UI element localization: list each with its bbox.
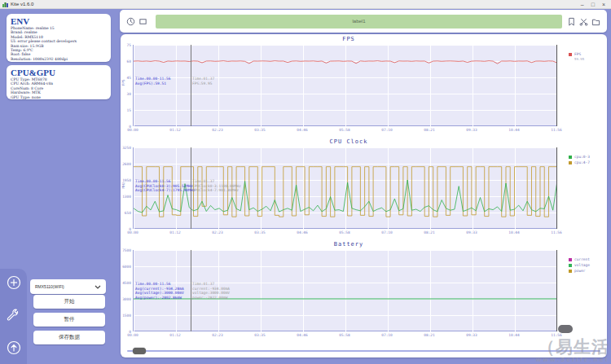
y-tick-label: 60 (127, 59, 131, 64)
avg-stat-line: Time:00:00-11:56 (135, 77, 170, 81)
legend-value: 59.95 (574, 57, 584, 61)
legend-item: voltage (569, 263, 590, 267)
x-tick-label: 04:46 (297, 333, 308, 337)
y-tick-label: 2600 (122, 162, 131, 166)
avg-stat-line: Avg(power):-2802.86mW (135, 296, 184, 300)
device-select[interactable]: RMX5110(WIFI) (30, 279, 106, 294)
cursor-stat-line: power:-2822.00mW (192, 296, 230, 300)
watermark-logo-blob (558, 325, 573, 333)
legend-item: cpu:4-7 (569, 160, 590, 164)
cursor-stat-line: CPUClock4-7:901.80MHz (192, 188, 241, 193)
x-tick-label: 04:46 (297, 128, 308, 132)
legend-label: power (574, 269, 586, 273)
legend-label: FPS (574, 52, 581, 56)
y-tick-label: 15 (127, 108, 131, 112)
legend-swatch (569, 53, 572, 56)
x-tick-label: 03:35 (254, 230, 266, 235)
pause-button[interactable]: 暂停 (33, 313, 105, 327)
cursor-stat-line: voltage:3000.00mV (192, 291, 230, 296)
y-tick-label: 3250 (122, 146, 131, 150)
timeline-handle[interactable] (133, 348, 146, 354)
add-icon[interactable] (7, 275, 21, 290)
cpugpu-info-line: GPU Type: none (11, 95, 107, 99)
x-tick-label: 01:12 (169, 128, 181, 132)
minimize-button[interactable]: – (581, 0, 584, 9)
app-icon (2, 2, 8, 7)
chart-cursor-overlay: Time:01:37CPUClock0-3:1100.00MHzCPUClock… (192, 179, 241, 193)
x-tick-label: 05:58 (339, 230, 350, 235)
legend-swatch (569, 156, 572, 159)
screen-capture-icon[interactable] (138, 17, 147, 26)
x-tick-label: 09:33 (466, 230, 477, 235)
y-tick-label: 30 (127, 92, 131, 96)
chart-avg-overlay: Time:00:00-11:56Avg(CPUClock0-3):905.52M… (135, 179, 195, 193)
x-tick-label: 04:46 (297, 230, 308, 235)
status-label: label1 (352, 19, 365, 24)
y-tick-label: 6000 (122, 265, 131, 269)
chart-avg-overlay: Time:00:00-11:56Avg(FPS):59.51 (135, 77, 170, 86)
timeline-track[interactable] (127, 350, 600, 352)
maximize-button[interactable]: □ (591, 0, 595, 9)
x-tick-label: 10:44 (508, 128, 520, 132)
x-tick-label: 00:00 (127, 128, 138, 132)
x-tick-label: 10:44 (508, 230, 520, 235)
chart-legend: FPS59.95 (569, 52, 584, 61)
title-bar: Kite v1.6.0 – □ × (0, 0, 611, 9)
bookmark-icon[interactable] (567, 17, 576, 26)
cpugpu-panel: CPU&GPU CPU Type: MT6878CPU Arch: ARM64-… (7, 65, 111, 99)
legend-item: current (569, 257, 590, 261)
x-tick-label: 02:23 (212, 230, 223, 235)
fps-chart: FPS FPS FPS59.95 Time:00:00-11:56Avg(FPS… (121, 34, 607, 137)
legend-swatch (569, 264, 572, 267)
battery-chart: Battery currentvoltagepower Time:00:00-1… (121, 239, 607, 342)
charts-panel: FPS FPS FPS59.95 Time:00:00-11:56Avg(FPS… (121, 34, 607, 357)
timeline-slider[interactable] (127, 348, 600, 354)
y-tick-label: 650 (125, 211, 131, 215)
wrench-icon[interactable] (7, 308, 21, 322)
chart-title: CPU Clock (121, 138, 577, 145)
folder-icon[interactable] (591, 17, 600, 26)
scissors-icon[interactable] (579, 17, 588, 26)
x-tick-label: 08:21 (424, 230, 435, 235)
env-info-lines: PhoneName: realme 15Brand: realmeModel: … (11, 26, 107, 61)
y-tick-label: 75 (127, 43, 131, 47)
cpugpu-panel-title: CPU&GPU (11, 68, 107, 77)
start-button[interactable]: 开始 (33, 295, 105, 309)
refresh-icon[interactable] (126, 17, 135, 26)
x-tick-label: 08:21 (424, 333, 435, 337)
chart-cursor-overlay: Time:01:37current:-934.00mAvoltage:3000.… (192, 282, 230, 300)
y-tick-label: 3000 (122, 297, 131, 301)
cloud-upload-icon[interactable] (7, 340, 21, 355)
close-button[interactable]: × (602, 0, 605, 9)
x-tick-label: 03:35 (254, 128, 266, 132)
x-tick-label: 08:21 (424, 128, 435, 132)
x-tick-label: 05:58 (339, 333, 350, 337)
chart-legend: cpu:0-3cpu:4-7 (569, 155, 590, 166)
cursor-stat-line: Time:01:37 (192, 77, 214, 81)
x-tick-label: 10:44 (508, 333, 520, 337)
legend-label: cpu:0-3 (574, 155, 590, 159)
x-tick-label: 11:56 (551, 333, 562, 337)
app-window: Kite v1.6.0 – □ × ENV PhoneName: realme … (0, 0, 611, 364)
x-tick-label: 09:33 (466, 333, 477, 337)
legend-item: FPS (569, 52, 584, 56)
y-tick-label: 1500 (122, 314, 131, 318)
legend-swatch (569, 161, 572, 164)
legend-item: power (569, 269, 590, 273)
legend-label: current (574, 257, 590, 261)
x-tick-label: 03:35 (254, 333, 266, 337)
x-tick-label: 11:56 (551, 128, 562, 132)
status-label-bar: label1 (156, 15, 562, 29)
y-tick-label: 4500 (122, 281, 131, 285)
x-tick-label: 05:58 (339, 128, 350, 132)
x-tick-label: 02:23 (212, 128, 223, 132)
legend-label: cpu:4-7 (574, 160, 590, 164)
x-tick-label: 07:10 (381, 128, 393, 132)
avg-stat-line: Avg(voltage):3000.00mV (135, 291, 184, 296)
x-tick-label: 01:12 (169, 230, 181, 235)
legend-label: voltage (574, 263, 590, 267)
cpu-clock-chart: CPU Clock MHz cpu:0-3cpu:4-7 Time:00:00-… (121, 137, 607, 239)
y-tick-label: 7500 (122, 248, 131, 252)
x-tick-label: 00:00 (127, 333, 138, 337)
save-data-button[interactable]: 保存数据 (33, 331, 105, 344)
